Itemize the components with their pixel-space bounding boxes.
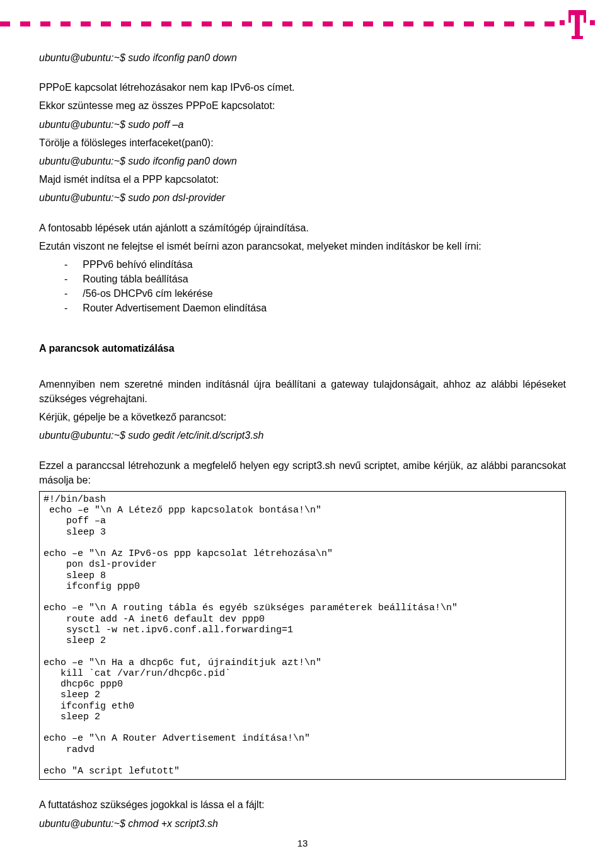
svg-rect-5 bbox=[568, 15, 571, 23]
svg-rect-1 bbox=[590, 20, 595, 25]
svg-rect-4 bbox=[572, 36, 583, 39]
list-item: - PPPv6 behívó elindítása bbox=[39, 257, 566, 272]
section-heading: A parancsok automatizálása bbox=[39, 341, 566, 356]
paragraph: A futtatáshoz szükséges jogokkal is láss… bbox=[39, 797, 566, 812]
bullet-dash-icon: - bbox=[64, 257, 67, 272]
bullet-dash-icon: - bbox=[64, 272, 67, 286]
svg-rect-6 bbox=[584, 15, 586, 23]
paragraph: Amennyiben nem szeretné minden indításná… bbox=[39, 377, 566, 406]
telekom-logo-icon bbox=[560, 10, 595, 39]
paragraph: Majd ismét indítsa el a PPP kapcsolatot: bbox=[39, 172, 566, 187]
paragraph: Ezzel a paranccsal létrehozunk a megfele… bbox=[39, 458, 566, 487]
page-content: ubuntu@ubuntu:~$ sudo ifconfig pan0 down… bbox=[39, 50, 566, 835]
code-block: #!/bin/bash echo –e "\n A Létező ppp kap… bbox=[39, 491, 566, 780]
list-item-text: /56-os DHCPv6 cím lekérése bbox=[83, 286, 566, 301]
command-line: ubuntu@ubuntu:~$ chmod +x script3.sh bbox=[39, 816, 566, 831]
bullet-dash-icon: - bbox=[64, 301, 67, 315]
paragraph: Kérjük, gépelje be a következő parancsot… bbox=[39, 410, 566, 424]
list-item-text: PPPv6 behívó elindítása bbox=[83, 257, 566, 272]
bullet-dash-icon: - bbox=[64, 286, 67, 301]
paragraph: Törölje a fölösleges interfaceket(pan0): bbox=[39, 136, 566, 150]
command-line: ubuntu@ubuntu:~$ sudo ifconfig pan0 down bbox=[39, 50, 566, 65]
list-item: - Router Advertisement Daemon elindítása bbox=[39, 301, 566, 315]
command-line: ubuntu@ubuntu:~$ sudo ifconfig pan0 down bbox=[39, 154, 566, 168]
list-item: - Routing tábla beállítása bbox=[39, 272, 566, 286]
paragraph: Ekkor szüntesse meg az összes PPPoE kapc… bbox=[39, 98, 566, 113]
page-number: 13 bbox=[0, 836, 605, 850]
dash-row bbox=[0, 21, 557, 26]
header-decoration bbox=[0, 15, 605, 34]
paragraph: PPPoE kapcsolat létrehozásakor nem kap I… bbox=[39, 80, 566, 95]
paragraph: A fontosabb lépések után ajánlott a szám… bbox=[39, 221, 566, 235]
list-item-text: Router Advertisement Daemon elindítása bbox=[83, 301, 566, 315]
paragraph: Ezután viszont ne felejtse el ismét beír… bbox=[39, 239, 566, 253]
svg-rect-3 bbox=[575, 10, 580, 39]
command-line: ubuntu@ubuntu:~$ sudo poff –a bbox=[39, 117, 566, 132]
list-item: - /56-os DHCPv6 cím lekérése bbox=[39, 286, 566, 301]
svg-rect-0 bbox=[560, 20, 565, 25]
command-line: ubuntu@ubuntu:~$ sudo pon dsl-provider bbox=[39, 190, 566, 205]
list-item-text: Routing tábla beállítása bbox=[83, 272, 566, 286]
command-line: ubuntu@ubuntu:~$ sudo gedit /etc/init.d/… bbox=[39, 428, 566, 443]
